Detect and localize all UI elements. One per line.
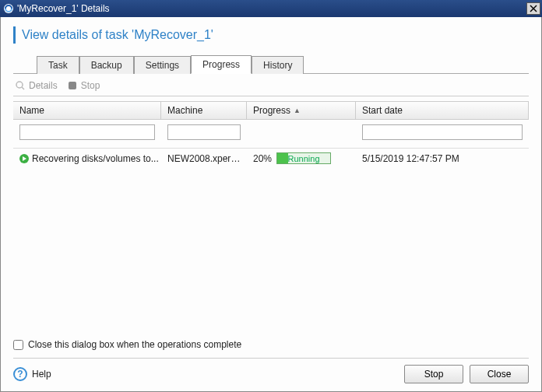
row-machine: NEW2008.xperts... [161,153,247,164]
row-progress: 20% Running [247,152,356,164]
help-icon: ? [13,367,27,381]
progress-bar: Running [276,152,331,164]
row-name: Recovering disks/volumes to... [32,153,159,164]
col-header-progress[interactable]: Progress ▲ [247,102,356,120]
magnifier-icon [15,80,26,91]
help-label: Help [32,369,51,380]
table-row[interactable]: Recovering disks/volumes to... NEW2008.x… [13,149,529,168]
tab-backup[interactable]: Backup [79,56,134,74]
close-on-complete-option[interactable]: Close this dialog box when the operation… [13,336,529,358]
toolbar: Details Stop [13,75,529,96]
grid-body: Recovering disks/volumes to... NEW2008.x… [13,149,529,168]
progress-grid: Name Machine Progress ▲ Start date Recov… [13,101,529,168]
toolbar-details-label: Details [29,80,58,91]
tab-task[interactable]: Task [37,56,79,74]
accent-bar [13,26,16,44]
running-icon [19,154,29,163]
svg-point-3 [16,82,23,88]
toolbar-details: Details [15,80,58,91]
titlebar: 'MyRecover_1' Details [0,0,542,17]
row-percent: 20% [253,153,272,164]
footer: ? Help Stop Close [13,358,529,383]
page-title: View details of task 'MyRecover_1' [22,28,213,42]
stop-button[interactable]: Stop [404,365,463,383]
tab-settings[interactable]: Settings [134,56,191,74]
filter-name-input[interactable] [19,124,155,140]
svg-line-4 [22,87,24,89]
app-icon [3,3,14,14]
page-header: View details of task 'MyRecover_1' [13,26,529,44]
filter-start-input[interactable] [362,124,523,140]
stop-icon [67,80,78,91]
progress-status: Running [277,154,330,163]
col-header-name[interactable]: Name [13,102,161,120]
tab-strip: Task Backup Settings Progress History [37,54,529,73]
grid-filter-row [13,120,529,149]
toolbar-stop: Stop [67,80,100,91]
help-link[interactable]: ? Help [13,367,51,381]
col-header-progress-label: Progress [253,105,290,116]
col-header-start[interactable]: Start date [356,102,529,120]
close-on-complete-label: Close this dialog box when the operation… [28,339,241,350]
tab-progress[interactable]: Progress [191,55,252,74]
svg-rect-5 [69,82,76,89]
sort-ascending-icon: ▲ [294,107,301,114]
close-icon[interactable] [526,2,540,15]
row-start: 5/15/2019 12:47:57 PM [356,153,529,164]
toolbar-stop-label: Stop [81,80,100,91]
grid-header: Name Machine Progress ▲ Start date [13,102,529,120]
tab-history[interactable]: History [252,56,304,74]
filter-machine-input[interactable] [167,124,241,140]
close-button[interactable]: Close [470,365,529,383]
close-on-complete-checkbox[interactable] [13,340,23,350]
col-header-machine[interactable]: Machine [161,102,247,120]
window-title: 'MyRecover_1' Details [17,3,526,14]
